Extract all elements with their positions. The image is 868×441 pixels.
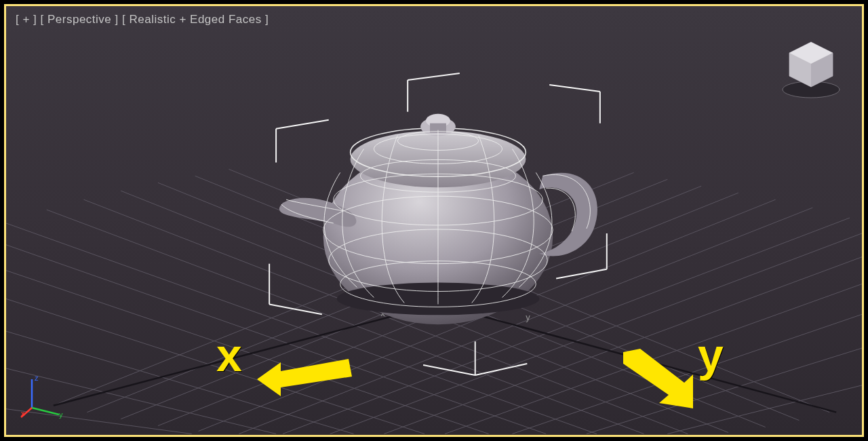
viewport-shading-menu[interactable]: [ Realistic + Edged Faces ]	[122, 13, 269, 26]
annotation-y-arrow-icon	[620, 349, 701, 410]
svg-rect-35	[430, 123, 446, 133]
svg-line-19	[6, 223, 597, 434]
svg-point-29	[323, 149, 553, 325]
annotation-y-label: y	[698, 328, 724, 381]
svg-line-3	[158, 193, 738, 425]
svg-point-33	[420, 117, 456, 136]
axis-label-y: y	[526, 312, 530, 322]
svg-line-23	[6, 331, 354, 434]
svg-line-16	[121, 191, 728, 432]
axis-label-z: z	[445, 174, 449, 185]
svg-point-32	[351, 128, 526, 177]
mini-axis-gizmo-icon: z y x	[20, 372, 67, 420]
svg-line-22	[6, 299, 425, 434]
svg-line-14	[195, 176, 800, 420]
svg-point-36	[361, 159, 516, 192]
svg-point-40	[340, 261, 536, 307]
viewport-label-bar: [ + ] [ Perspective ] [ Realistic + Edge…	[16, 13, 269, 26]
svg-text:y: y	[59, 410, 63, 419]
svg-line-18	[47, 210, 644, 434]
svg-line-13	[229, 169, 829, 412]
svg-line-21	[6, 271, 489, 434]
svg-point-31	[351, 131, 526, 188]
svg-line-11	[587, 348, 862, 434]
svg-point-41	[374, 134, 502, 164]
svg-line-6	[283, 218, 850, 434]
viewcube[interactable]	[777, 37, 845, 104]
viewport-view-menu[interactable]: [ Perspective ]	[41, 13, 119, 26]
teapot-object	[279, 114, 597, 325]
svg-line-20	[6, 245, 546, 434]
viewport-frame[interactable]: [ + ] [ Perspective ] [ Realistic + Edge…	[4, 4, 864, 437]
svg-point-37	[334, 174, 543, 225]
svg-line-1	[87, 179, 667, 412]
scene-svg: x y z	[6, 6, 862, 435]
svg-line-17	[83, 199, 688, 434]
svg-line-26	[54, 304, 438, 405]
svg-line-10	[512, 314, 862, 434]
svg-line-7	[330, 233, 862, 434]
svg-line-25	[6, 409, 192, 434]
annotation-x-arrow-icon	[257, 352, 359, 400]
svg-line-5	[239, 208, 812, 434]
svg-line-15	[158, 183, 766, 427]
annotation-x-label: x	[216, 328, 242, 381]
svg-point-39	[329, 229, 547, 292]
svg-line-8	[384, 257, 862, 434]
svg-marker-43	[257, 359, 352, 396]
svg-point-30	[337, 283, 540, 315]
svg-line-27	[438, 304, 836, 412]
svg-point-34	[426, 114, 450, 128]
svg-point-38	[323, 196, 553, 264]
svg-text:x: x	[21, 409, 25, 417]
viewport-toggle[interactable]: [ + ]	[16, 13, 37, 26]
svg-line-47	[21, 408, 32, 417]
svg-text:z: z	[35, 374, 39, 382]
svg-line-2	[121, 186, 701, 419]
svg-marker-44	[623, 349, 693, 408]
svg-line-46	[32, 408, 59, 415]
axis-label-x: x	[380, 308, 385, 318]
svg-line-0	[54, 172, 634, 405]
svg-line-4	[199, 199, 776, 431]
svg-line-12	[667, 385, 862, 434]
svg-line-9	[445, 284, 862, 434]
svg-point-42	[397, 132, 478, 151]
